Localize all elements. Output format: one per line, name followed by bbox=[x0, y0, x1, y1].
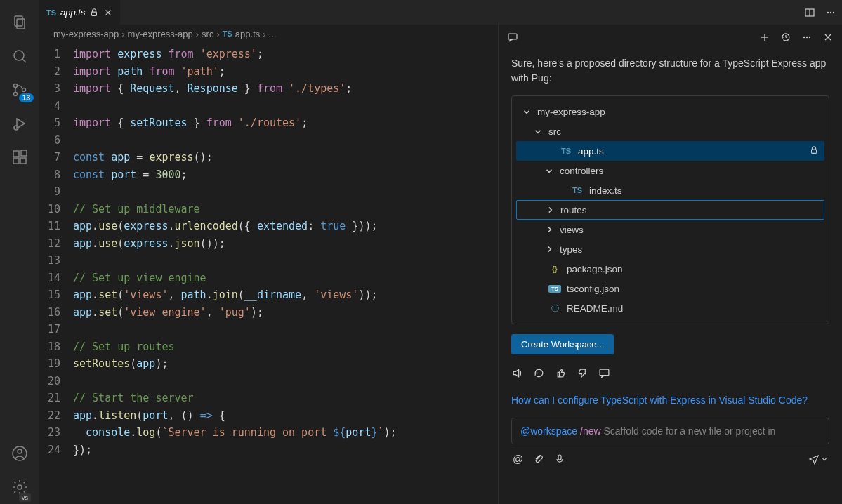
tree-item-label: views bbox=[560, 225, 584, 235]
chevron-right-icon: › bbox=[196, 29, 199, 39]
at-icon[interactable]: @ bbox=[513, 453, 523, 465]
read-aloud-icon[interactable] bbox=[511, 367, 523, 379]
tree-item[interactable]: TSindex.ts bbox=[516, 180, 824, 200]
settings-gear-icon[interactable]: vs bbox=[3, 470, 37, 504]
breadcrumb-more[interactable]: ... bbox=[269, 29, 277, 39]
tab-app-ts[interactable]: TS app.ts bbox=[39, 0, 120, 25]
typescript-icon: TS bbox=[46, 8, 56, 17]
activity-bar: 13 vs bbox=[0, 0, 39, 504]
retry-icon[interactable] bbox=[533, 367, 545, 379]
tree-item-label: README.md bbox=[567, 303, 623, 314]
tree-item[interactable]: views bbox=[516, 220, 824, 239]
chat-input[interactable]: @workspace /new Scaffold code for a new … bbox=[511, 418, 829, 444]
history-icon[interactable] bbox=[780, 32, 791, 43]
tree-item[interactable]: {}package.json bbox=[516, 259, 824, 279]
lock-icon bbox=[809, 145, 819, 157]
chevron-down-icon[interactable] bbox=[533, 126, 543, 136]
tree-item[interactable]: TSapp.ts bbox=[516, 141, 824, 161]
chevron-right-icon[interactable] bbox=[545, 205, 555, 215]
search-icon[interactable] bbox=[3, 39, 37, 73]
chevron-down-icon[interactable] bbox=[544, 166, 554, 175]
accounts-icon[interactable] bbox=[3, 437, 37, 470]
chevron-right-icon[interactable] bbox=[544, 225, 554, 234]
svg-rect-33 bbox=[600, 369, 609, 376]
thumbs-up-icon[interactable] bbox=[555, 367, 567, 379]
attach-icon[interactable] bbox=[533, 453, 544, 465]
chat-panel: Sure, here's a proposed directory struct… bbox=[498, 25, 842, 504]
close-icon[interactable] bbox=[103, 8, 113, 18]
chat-response-text: Sure, here's a proposed directory struct… bbox=[511, 56, 829, 86]
svg-point-23 bbox=[833, 11, 834, 13]
tree-item-label: src bbox=[548, 126, 561, 137]
svg-point-21 bbox=[827, 11, 829, 13]
chat-icon[interactable] bbox=[507, 32, 518, 43]
svg-point-27 bbox=[803, 36, 805, 37]
chevron-down-icon[interactable] bbox=[522, 107, 532, 117]
thumbs-down-icon[interactable] bbox=[577, 367, 588, 379]
svg-rect-0 bbox=[15, 16, 22, 26]
tree-item[interactable]: src bbox=[516, 121, 824, 141]
breadcrumb-segment[interactable]: my-express-app bbox=[128, 29, 193, 39]
tab-filename: app.ts bbox=[60, 7, 85, 18]
svg-rect-10 bbox=[13, 158, 19, 164]
svg-rect-34 bbox=[558, 455, 561, 460]
tree-item[interactable]: ⓘREADME.md bbox=[516, 298, 824, 318]
line-number-gutter: 123456789101112131415161718192021222324 bbox=[39, 46, 73, 504]
breadcrumb-file[interactable]: app.ts bbox=[235, 29, 260, 39]
code-content[interactable]: import express from 'express';import pat… bbox=[73, 46, 498, 504]
typescript-icon: TS bbox=[223, 29, 232, 38]
vs-badge: vs bbox=[19, 493, 31, 502]
tree-item-label: package.json bbox=[567, 264, 623, 274]
svg-point-6 bbox=[22, 88, 26, 92]
comment-icon[interactable] bbox=[598, 367, 610, 379]
chevron-right-icon: › bbox=[216, 29, 219, 39]
more-actions-icon[interactable] bbox=[825, 7, 836, 18]
svg-line-3 bbox=[22, 59, 26, 62]
svg-point-5 bbox=[14, 93, 18, 96]
tree-item-label: tsconfig.json bbox=[567, 284, 619, 294]
chat-input-slash: /new bbox=[580, 425, 601, 437]
proposed-file-tree: my-express-appsrcTSapp.tscontrollersTSin… bbox=[511, 95, 829, 324]
file-type-icon: ⓘ bbox=[548, 303, 561, 314]
send-button[interactable] bbox=[808, 453, 828, 465]
code-editor[interactable]: 123456789101112131415161718192021222324 … bbox=[39, 43, 498, 504]
run-debug-icon[interactable] bbox=[3, 107, 37, 140]
split-editor-icon[interactable] bbox=[804, 7, 815, 18]
source-control-badge: 13 bbox=[19, 93, 34, 102]
editor-tab-bar: TS app.ts bbox=[39, 0, 842, 25]
explorer-icon[interactable] bbox=[3, 6, 37, 39]
new-chat-icon[interactable] bbox=[759, 32, 770, 43]
suggested-question[interactable]: How can I configure TypeScript with Expr… bbox=[511, 393, 829, 408]
create-workspace-button[interactable]: Create Workspace... bbox=[511, 334, 614, 354]
tree-item[interactable]: types bbox=[516, 239, 824, 259]
tree-item-label: types bbox=[560, 244, 582, 255]
svg-rect-24 bbox=[508, 34, 517, 39]
file-type-icon: TS bbox=[571, 186, 584, 194]
close-panel-icon[interactable] bbox=[822, 32, 834, 43]
tree-item[interactable]: controllers bbox=[516, 161, 824, 180]
svg-rect-16 bbox=[92, 12, 97, 15]
breadcrumb-segment[interactable]: my-express-app bbox=[53, 29, 119, 39]
chevron-right-icon: › bbox=[121, 29, 124, 39]
breadcrumb-segment[interactable]: src bbox=[202, 29, 213, 39]
chat-input-text: Scaffold code for a new file or project … bbox=[604, 425, 776, 437]
svg-point-2 bbox=[14, 51, 24, 60]
tree-item[interactable]: routes bbox=[516, 200, 824, 220]
more-icon[interactable] bbox=[801, 32, 813, 43]
tree-item[interactable]: my-express-app bbox=[516, 102, 824, 121]
svg-rect-11 bbox=[20, 158, 26, 164]
extensions-icon[interactable] bbox=[3, 140, 37, 174]
breadcrumb[interactable]: my-express-app › my-express-app › src › … bbox=[39, 25, 498, 43]
svg-rect-32 bbox=[812, 150, 817, 153]
tree-item-label: controllers bbox=[560, 166, 603, 176]
svg-rect-9 bbox=[13, 151, 19, 157]
svg-rect-12 bbox=[21, 150, 27, 156]
voice-icon[interactable] bbox=[554, 453, 565, 465]
lock-icon bbox=[89, 8, 99, 18]
chat-input-mention: @workspace bbox=[520, 425, 577, 437]
source-control-icon[interactable]: 13 bbox=[3, 73, 37, 107]
tree-item-label: my-express-app bbox=[537, 107, 605, 117]
tree-item-label: index.ts bbox=[589, 185, 622, 196]
chevron-right-icon[interactable] bbox=[544, 244, 554, 254]
tree-item[interactable]: TStsconfig.json bbox=[516, 279, 824, 298]
